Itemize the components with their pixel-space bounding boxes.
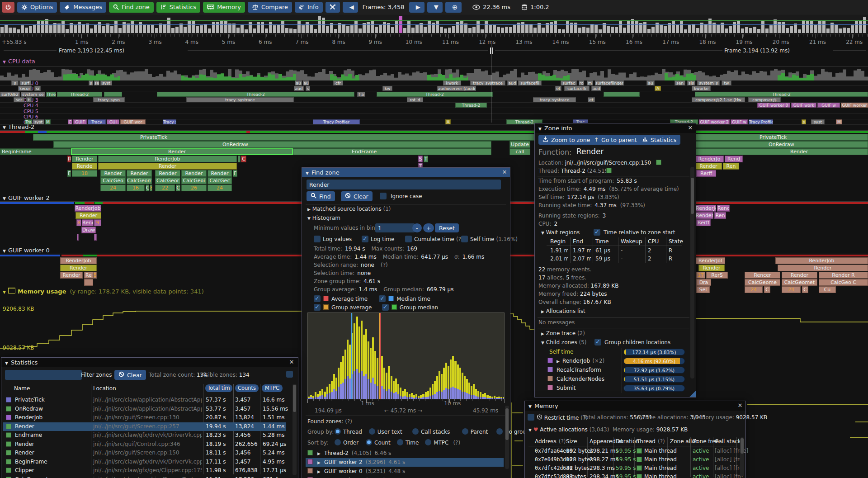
stat-zone-name[interactable]: OnRedraw bbox=[15, 406, 43, 412]
memory-col-thread[interactable]: Thread(?) bbox=[637, 438, 665, 445]
frame-bar[interactable] bbox=[297, 21, 301, 33]
cpu-zone-chip[interactable]: se bbox=[94, 80, 99, 85]
frame-bar[interactable] bbox=[236, 28, 240, 33]
histogram-section-row[interactable]: ▼ Histogram bbox=[307, 215, 340, 221]
frame-bar[interactable] bbox=[241, 24, 244, 33]
frame-bar[interactable] bbox=[171, 28, 175, 33]
frame-bar[interactable] bbox=[57, 24, 61, 33]
cpu-zone-chip[interactable]: kw bbox=[382, 86, 392, 91]
frame-bar[interactable] bbox=[704, 24, 708, 33]
zone[interactable]: Rend bbox=[717, 205, 730, 212]
group-children-checkbox[interactable] bbox=[594, 339, 601, 345]
cpu-zone-chip[interactable]: s bbox=[306, 86, 310, 91]
frame-bar[interactable] bbox=[790, 26, 793, 33]
time-relative-checkbox[interactable] bbox=[594, 229, 600, 236]
call-stacks-radio[interactable] bbox=[412, 428, 419, 435]
zone[interactable]: T bbox=[424, 156, 428, 162]
frame-bar[interactable] bbox=[647, 29, 651, 33]
zone[interactable]: CalcGeome bbox=[127, 177, 152, 184]
find-zone-button[interactable]: Find zone bbox=[109, 2, 154, 13]
column-name[interactable]: Name bbox=[14, 385, 30, 392]
options-button[interactable]: Options bbox=[17, 2, 57, 13]
cpu-zone-chip[interactable]: Thread-2 bbox=[377, 92, 493, 97]
cpu-zone-chip[interactable]: surfacefli bbox=[564, 86, 590, 91]
cpu-zone-chip[interactable]: surf0@2 bbox=[0, 92, 20, 97]
zone[interactable]: CalcGeoi bbox=[181, 177, 207, 184]
next-frame-button[interactable]: ▶ bbox=[409, 2, 425, 13]
time-radio[interactable] bbox=[397, 439, 403, 445]
frame-bar[interactable] bbox=[509, 27, 512, 33]
statistics-scrollbar[interactable] bbox=[292, 384, 297, 475]
frame-bar[interactable] bbox=[476, 21, 480, 33]
matched-locations-row[interactable]: ▶ Matched source locations (1) bbox=[307, 206, 391, 212]
cpu-zone-chip[interactable]: M bbox=[836, 119, 842, 124]
frame-bar[interactable] bbox=[359, 28, 362, 33]
cpu-zone-chip[interactable]: aud bbox=[507, 80, 517, 85]
sort-total-time-pill[interactable]: Total tim bbox=[205, 384, 232, 392]
zone[interactable] bbox=[84, 279, 93, 286]
frame-bar[interactable] bbox=[481, 29, 484, 33]
cpu-zone-chip[interactable]: tracy_systrace bbox=[470, 80, 505, 85]
cpu-zone-chip[interactable]: s bbox=[802, 119, 806, 124]
frame-bar[interactable] bbox=[464, 24, 467, 33]
frame-bar[interactable] bbox=[485, 21, 488, 33]
zone[interactable] bbox=[33, 134, 534, 141]
filter-zones-input[interactable] bbox=[5, 370, 82, 380]
frame-bar[interactable] bbox=[147, 24, 150, 33]
frame-bar[interactable] bbox=[273, 25, 276, 33]
stat-zone-name[interactable]: Render bbox=[15, 441, 34, 447]
cpu-zone-chip[interactable]: composer@ bbox=[748, 97, 781, 102]
frame-bar[interactable] bbox=[220, 21, 223, 33]
zone[interactable]: 8 bbox=[150, 185, 152, 191]
cpu-zone-chip[interactable]: tracy_systrace bbox=[186, 97, 294, 102]
cpu-zone-chip[interactable]: Thread-2 bbox=[455, 103, 487, 108]
frame-bar[interactable] bbox=[822, 21, 826, 33]
help-mark[interactable]: (?) bbox=[453, 440, 460, 446]
alloc-callstack-links[interactable]: [alloc] [fre bbox=[715, 473, 743, 478]
memory-col-duration[interactable]: Duration bbox=[616, 438, 639, 445]
zone[interactable]: Re bbox=[84, 272, 93, 279]
frame-bar[interactable] bbox=[627, 21, 630, 33]
frame-bar[interactable] bbox=[49, 25, 52, 33]
order-radio[interactable] bbox=[335, 439, 341, 445]
zone[interactable]: C bbox=[802, 286, 808, 293]
frame-bar[interactable] bbox=[529, 24, 533, 33]
frame-bar[interactable] bbox=[643, 22, 646, 33]
zone[interactable]: RenderJob bbox=[60, 257, 97, 264]
frame-bar[interactable] bbox=[155, 28, 158, 33]
zone[interactable]: 16 bbox=[127, 185, 145, 191]
no-groupi-radio[interactable] bbox=[496, 428, 503, 435]
zone[interactable]: C bbox=[241, 156, 246, 162]
frame-bar[interactable] bbox=[802, 20, 805, 33]
frame-bar[interactable] bbox=[224, 21, 227, 33]
frame-bar[interactable] bbox=[542, 28, 545, 33]
zone[interactable]: C bbox=[146, 185, 149, 191]
zone[interactable] bbox=[94, 234, 97, 241]
frame-bar[interactable] bbox=[411, 28, 415, 33]
frame-bar[interactable] bbox=[582, 27, 585, 33]
zone[interactable]: 24 bbox=[100, 185, 126, 191]
cpu-zone-chip[interactable]: tw bbox=[722, 80, 731, 85]
frame-3194-label[interactable]: Frame 3,194 (13.92 ms) bbox=[724, 47, 790, 54]
zone[interactable]: Render bbox=[181, 170, 207, 177]
cpu-zone-chip[interactable]: GUIF w bbox=[731, 119, 748, 124]
zone[interactable]: CalcGeor bbox=[155, 177, 180, 184]
zone[interactable]: Render bbox=[778, 265, 868, 271]
frame-bar[interactable] bbox=[379, 25, 382, 33]
column-location[interactable]: Location bbox=[93, 385, 116, 392]
find-zone-search-input[interactable] bbox=[307, 180, 501, 189]
frame-bar[interactable] bbox=[94, 24, 97, 33]
count-radio[interactable] bbox=[366, 439, 372, 445]
stat-zone-name[interactable]: Render bbox=[15, 450, 34, 456]
zone[interactable]: RenderJob bbox=[775, 257, 868, 264]
zone[interactable]: 18 bbox=[72, 170, 97, 177]
zone[interactable]: 22 bbox=[155, 185, 175, 191]
frame-bar[interactable] bbox=[61, 21, 65, 33]
close-icon[interactable]: ✕ bbox=[288, 359, 295, 366]
frame-bar[interactable] bbox=[293, 29, 297, 33]
frame-bar[interactable] bbox=[456, 22, 459, 33]
frame-bar[interactable] bbox=[468, 28, 472, 33]
zone[interactable]: Dra bbox=[696, 279, 711, 286]
zone[interactable]: Rerff bbox=[696, 219, 711, 226]
cpu-zone-chip[interactable]: GUI bbox=[107, 119, 119, 124]
